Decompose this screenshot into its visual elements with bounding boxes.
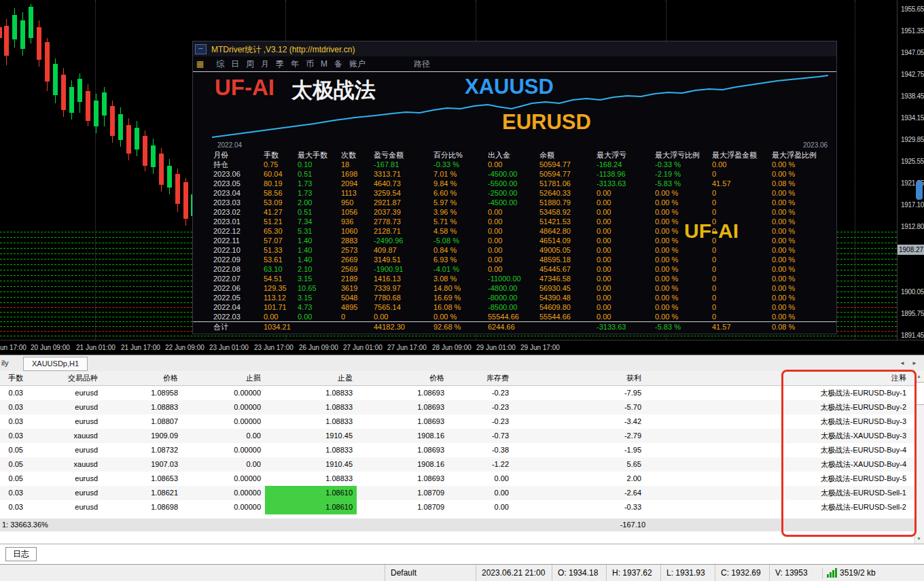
scrollbar-thumb[interactable]	[916, 382, 924, 405]
menu-item[interactable]: 综	[216, 59, 224, 69]
stat-cell: 0.00	[488, 264, 539, 274]
stat-cell: 0.00	[597, 293, 655, 302]
order-row[interactable]: 0.03eurusd1.088070.000001.088331.08693-0…	[0, 415, 914, 429]
profile-selector[interactable]: Default	[385, 565, 482, 581]
stat-cell: 0.00	[488, 255, 539, 264]
stat-cell: 0.00	[488, 236, 539, 245]
stat-cell: 41.57	[712, 179, 772, 188]
stat-cell: -4.01 %	[433, 264, 488, 274]
candle-body	[45, 42, 50, 82]
stat-cell: 7.01 %	[433, 169, 488, 179]
menu-item[interactable]: M	[321, 59, 327, 69]
orders-column-header[interactable]: 注释	[775, 371, 910, 385]
orders-column-header[interactable]	[645, 371, 775, 385]
stat-cell: 2022.09	[213, 255, 264, 264]
orders-column-header[interactable]: 手数	[0, 371, 27, 385]
orders-column-header[interactable]: 价格	[102, 371, 182, 385]
spacer-cell	[645, 486, 775, 500]
tab-journal[interactable]: 日志	[5, 547, 37, 561]
stat-cell: 合计	[213, 322, 264, 332]
label-xauusd: XAUUSD	[465, 75, 554, 99]
stat-cell: 最大手数	[298, 150, 341, 160]
spacer-cell	[645, 472, 775, 486]
menu-item-path[interactable]: 路径	[414, 58, 430, 70]
menu-item[interactable]: 周	[246, 59, 254, 69]
comment-cell: 太极战法-EURUSD-Buy-2	[775, 400, 910, 415]
panel-titlebar[interactable]: ─ MTDriver统计 ,V3.12 (http://mtdriver.cn)	[193, 41, 836, 56]
stat-cell: 0.00 %	[772, 226, 825, 236]
orders-column-header[interactable]: 获利	[513, 371, 645, 385]
stat-cell: 3313.71	[374, 169, 433, 179]
order-row[interactable]: 0.03eurusd1.086980.000001.086101.087090.…	[0, 500, 914, 514]
order-row[interactable]: 0.03xauusd1909.090.001910.451908.16-0.73…	[0, 429, 914, 443]
tab-xauusdp-h1[interactable]: XAUUSDp,H1	[23, 357, 88, 371]
candle-body	[12, 15, 17, 39]
stat-cell: 2022.11	[213, 236, 264, 245]
orders-column-header[interactable]: 交易品种	[27, 371, 102, 385]
orders-column-header[interactable]: 止损	[182, 371, 265, 385]
candle-body	[4, 26, 9, 56]
stat-cell: 2883	[341, 236, 374, 245]
stat-cell: 2094	[341, 179, 374, 188]
symbol-cell: eurusd	[27, 443, 102, 457]
scroll-up-icon[interactable]: ▲	[917, 374, 921, 378]
menu-item[interactable]: 备	[334, 59, 342, 69]
menu-item[interactable]: 日	[231, 59, 239, 69]
orders-column-header[interactable]: 止盈	[265, 371, 357, 385]
orders-scrollbar[interactable]: ▲ ▼	[914, 371, 924, 544]
price-tick: 1934.15	[901, 114, 924, 122]
period-separator-line	[855, 0, 855, 340]
order-row[interactable]: 0.03eurusd1.088830.000001.088331.08693-0…	[0, 400, 914, 415]
stats-panel: ─ MTDriver统计 ,V3.12 (http://mtdriver.cn)…	[192, 41, 837, 334]
lots-cell: 0.03	[0, 429, 27, 443]
comment-cell: 太极战法-XAUUSD-Buy-4	[775, 457, 910, 472]
sl-cell: 0.00000	[182, 472, 265, 486]
order-row[interactable]: 0.05eurusd1.086530.000001.088331.086930.…	[0, 472, 914, 486]
order-row[interactable]: 0.05eurusd1.087320.000001.088331.08693-0…	[0, 443, 914, 457]
time-tick: 23 Jun 17:00	[254, 344, 294, 351]
stat-cell: 5.71 %	[433, 217, 488, 226]
tab-daily-partial[interactable]: ily	[1, 359, 8, 367]
comment-cell: 太极战法-EURUSD-Sell-2	[775, 500, 910, 514]
stat-cell: 0.00 %	[772, 245, 825, 255]
stat-cell: 最大浮盈比例	[772, 150, 825, 160]
minimize-button[interactable]: ─	[195, 44, 207, 54]
scroll-down-icon[interactable]: ▼	[917, 536, 921, 541]
spacer-cell	[645, 415, 775, 429]
tabs-scroll-left-icon[interactable]: ◄	[900, 360, 905, 366]
stat-cell: 0.00	[264, 312, 298, 321]
stat-cell: 0.00 %	[655, 302, 712, 312]
chart-date-start: 2022.04	[217, 141, 242, 149]
swap-cell: -0.73	[448, 429, 513, 443]
orders-column-header[interactable]: 价格	[357, 371, 448, 385]
stat-cell: 2022.05	[213, 293, 264, 302]
candle-body	[135, 128, 139, 149]
stat-cell: 2189	[341, 274, 374, 283]
order-row[interactable]: 0.03eurusd1.086210.000001.086101.087090.…	[0, 486, 914, 500]
order-row[interactable]: 0.05xauusd1907.030.001910.451908.16-1.22…	[0, 457, 914, 472]
menu-item[interactable]: 月	[261, 59, 269, 69]
menu-item[interactable]: 币	[306, 59, 314, 69]
menu-item[interactable]: 账户	[349, 59, 366, 69]
candle-body	[37, 27, 41, 60]
tabs-scroll-right-icon[interactable]: ►	[912, 360, 917, 366]
stat-cell: 2022.04	[213, 302, 264, 312]
profit-cell: -1.95	[513, 443, 645, 457]
stat-cell: 0	[712, 283, 772, 293]
spacer-cell	[645, 500, 775, 514]
stat-cell: 9.84 %	[433, 179, 488, 188]
label-eurusd: EURUSD	[502, 110, 591, 135]
stat-cell: 2023.05	[213, 179, 264, 188]
order-row[interactable]: 0.03eurusd1.089580.000001.088331.08693-0…	[0, 386, 914, 400]
orders-column-header[interactable]: 库存费	[448, 371, 513, 385]
stat-cell: 0.51	[298, 169, 341, 179]
stat-cell: 0.00 %	[772, 188, 825, 198]
stat-cell: 4.58 %	[433, 226, 488, 236]
price-tick: 1917.10	[901, 201, 924, 209]
chart-scrollbar-thumb[interactable]	[916, 181, 923, 200]
open-price-cell: 1909.09	[102, 429, 182, 443]
menu-item[interactable]: 年	[291, 59, 299, 69]
open-price-cell: 1907.03	[102, 457, 182, 472]
stat-cell: 2023.01	[213, 217, 264, 226]
menu-item[interactable]: 季	[276, 59, 284, 69]
